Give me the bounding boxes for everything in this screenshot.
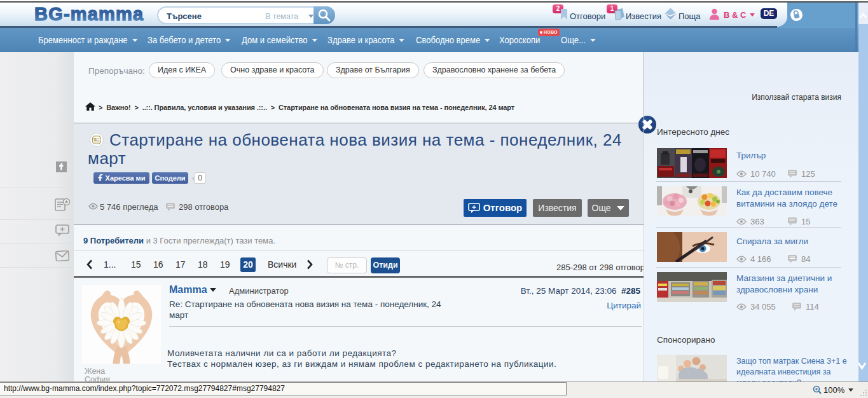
svg-text:BG-mamma: BG-mamma: [34, 4, 144, 24]
